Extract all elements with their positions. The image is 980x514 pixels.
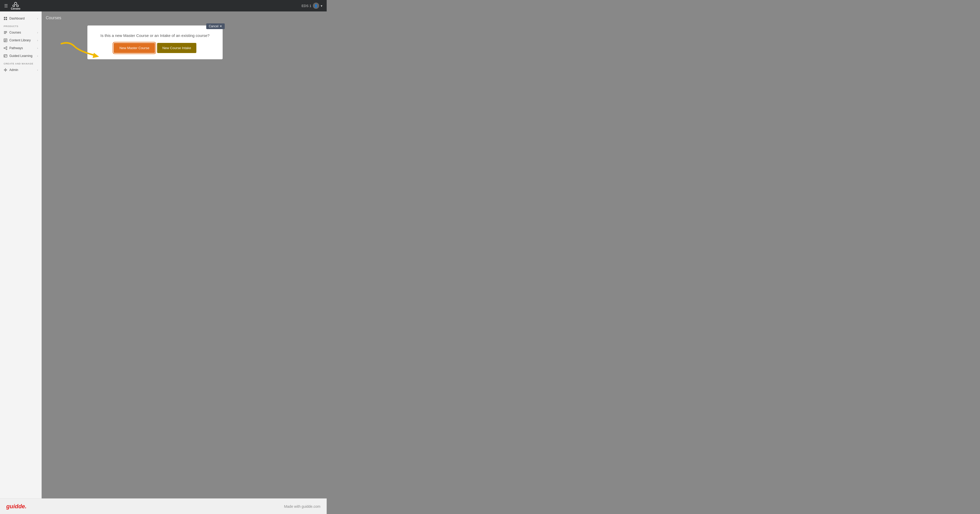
chevron-icon: › [37,69,38,71]
sidebar-create-manage-section: CREATE AND MANAGE [0,60,41,66]
sidebar-admin-label: Admin [10,68,18,72]
footer-logo: guidde. [6,503,27,510]
chevron-icon: › [37,39,38,42]
sidebar-products-section: PRODUCTS [0,22,41,29]
svg-rect-7 [4,31,7,32]
nav-left: ☰ Censeo [4,2,20,10]
sidebar: Dashboard › PRODUCTS Courses › [0,11,41,498]
sidebar-item-admin[interactable]: Admin › [0,66,41,74]
sidebar-pathways-label: Pathways [10,46,23,50]
sidebar-courses-label: Courses [10,31,21,34]
avatar[interactable]: 👤 [313,3,319,9]
svg-line-18 [5,48,6,49]
sidebar-item-content-library[interactable]: Content Library › [0,36,41,44]
svg-rect-4 [6,17,7,18]
sidebar-item-dashboard[interactable]: Dashboard › [0,14,41,22]
svg-rect-3 [4,17,5,18]
dialog-wrapper: Cancel ✕ Is this a new Master Course or … [46,25,323,59]
guided-learning-icon [4,54,7,58]
content-area: Courses Cancel ✕ Is this a new Master Co… [41,11,327,498]
hamburger-icon[interactable]: ☰ [4,3,8,8]
new-course-intake-button[interactable]: New Course Intake [157,43,196,53]
dashboard-icon [4,17,7,20]
svg-rect-11 [5,40,6,40]
sidebar-content-library-label: Content Library [10,38,31,42]
svg-point-16 [6,49,7,50]
svg-rect-9 [4,33,6,34]
footer: guidde. Made with guidde.com [0,498,327,514]
svg-point-14 [4,48,5,49]
new-master-course-button[interactable]: New Master Course [114,43,155,53]
chevron-icon: › [37,55,38,57]
svg-point-1 [13,5,14,6]
sidebar-dashboard-label: Dashboard [10,17,25,20]
svg-rect-21 [5,56,5,57]
svg-rect-5 [4,19,5,20]
cancel-icon: ✕ [220,24,222,28]
sidebar-item-courses[interactable]: Courses › [0,29,41,36]
svg-point-23 [5,70,6,70]
app-logo: Censeo [11,2,20,10]
svg-point-15 [6,46,7,48]
content-library-icon [4,38,7,42]
chevron-icon: › [37,17,38,20]
dropdown-icon[interactable]: ▾ [321,4,323,8]
app-title: Censeo [11,7,20,10]
sidebar-guided-learning-label: Guided Learning [10,54,32,58]
dialog-buttons: New Master Course New Course Intake [94,43,216,53]
svg-point-2 [17,5,19,6]
cancel-button[interactable]: Cancel ✕ [206,24,225,29]
pathways-icon [4,46,7,50]
svg-rect-8 [4,32,7,33]
courses-icon [4,31,7,34]
dialog-question: Is this a new Master Course or an Intake… [94,33,216,38]
footer-tagline: Made with guidde.com [284,504,320,509]
svg-point-0 [14,2,17,5]
svg-rect-12 [5,40,6,41]
user-label: EDS 1 [301,4,311,8]
svg-rect-19 [4,55,7,57]
nav-right: EDS 1 👤 ▾ [301,3,323,9]
top-navigation: ☰ Censeo EDS 1 👤 ▾ [0,0,327,11]
svg-line-17 [5,47,6,48]
page-title: Courses [46,16,323,20]
dialog-container: Cancel ✕ Is this a new Master Course or … [88,25,223,59]
svg-rect-6 [6,19,7,20]
main-layout: Dashboard › PRODUCTS Courses › [0,11,327,498]
cancel-label: Cancel [209,24,218,28]
svg-rect-13 [5,41,6,41]
sidebar-item-pathways[interactable]: Pathways › [0,44,41,52]
admin-icon [4,68,7,72]
sidebar-item-guided-learning[interactable]: Guided Learning › [0,52,41,60]
chevron-icon: › [37,31,38,34]
chevron-icon: › [37,47,38,50]
